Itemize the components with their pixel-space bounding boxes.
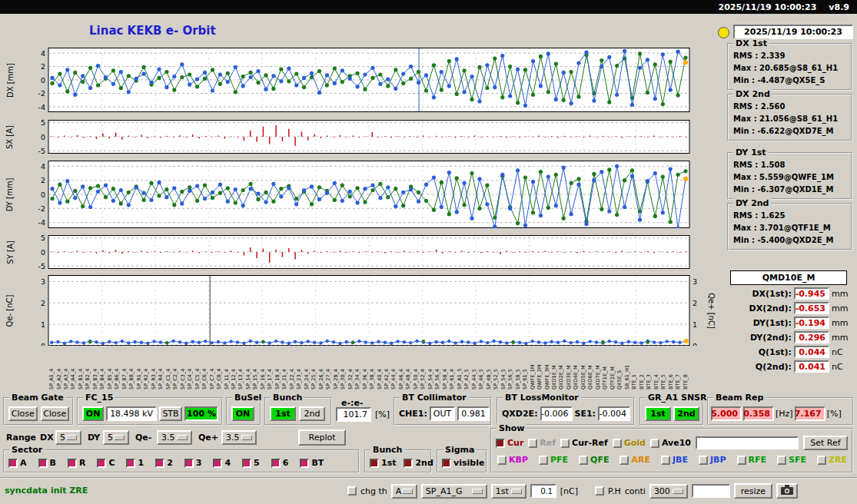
set-ref-button[interactable]: Set Ref (803, 436, 848, 450)
checkbox[interactable] (68, 459, 77, 468)
ref-file-input[interactable] (696, 436, 799, 449)
checkbox[interactable] (579, 456, 588, 465)
checkbox[interactable] (155, 459, 164, 468)
checkbox[interactable] (497, 456, 507, 465)
range-dx-select[interactable]: 5 (55, 430, 81, 445)
che1-status[interactable]: OUT (430, 406, 455, 421)
replot-button[interactable]: Replot (298, 429, 346, 446)
beam-gate-close-button-2[interactable]: Close (41, 406, 70, 421)
checkbox[interactable] (38, 459, 48, 468)
show-checkbox-gold[interactable]: Gold (613, 438, 646, 448)
sector-checkbox-4[interactable]: 4 (213, 458, 231, 468)
show-checkbox-cur-ref[interactable]: Cur-Ref (560, 438, 608, 448)
checkbox[interactable] (560, 439, 570, 448)
range-qem-select[interactable]: 3.5 (157, 430, 192, 445)
checkbox[interactable] (619, 456, 629, 465)
monitor-row-value: 0.041 (794, 360, 829, 373)
sector-checkbox-bt[interactable]: BT (300, 458, 324, 468)
sy-axis-label: SY [A] (3, 235, 17, 269)
checkbox[interactable] (370, 459, 379, 468)
bunch-1st-button[interactable]: 1st (270, 406, 296, 421)
gr-a1-2nd-button[interactable]: 2nd (673, 406, 699, 421)
sector-select[interactable]: A (391, 484, 417, 499)
fc15-on-button[interactable]: ON (82, 406, 104, 421)
show-checkbox-rfe[interactable]: RFE (737, 455, 767, 465)
sector-checkbox-1[interactable]: 1 (126, 458, 144, 468)
checkbox[interactable] (242, 459, 251, 468)
show-checkbox-zre[interactable]: ZRE (817, 455, 847, 465)
show-checkbox-pfe[interactable]: PFE (539, 455, 568, 465)
checkbox[interactable] (777, 456, 786, 465)
checkbox[interactable] (404, 459, 413, 468)
sector-checkbox-2[interactable]: 2 (155, 458, 173, 468)
sector-checkbox-c[interactable]: C (97, 458, 115, 468)
monitor-row-label: DX(1st): (730, 289, 792, 299)
svg-text:-2: -2 (38, 204, 45, 213)
monitor-row: DX(1st):-0.945mm (730, 287, 847, 300)
checkbox[interactable] (661, 456, 670, 465)
bunch-2nd-button[interactable]: 2nd (299, 406, 325, 421)
threshold-input[interactable] (530, 484, 556, 498)
checkbox[interactable] (8, 459, 18, 468)
count-select[interactable]: 300 (649, 484, 688, 499)
sector-checkbox-5[interactable]: 5 (242, 458, 260, 468)
fc15-stb-button[interactable]: STB (159, 406, 182, 421)
bunch-checkbox-1st[interactable]: 1st (370, 458, 396, 468)
checkbox[interactable] (496, 439, 505, 448)
checkbox[interactable] (126, 459, 135, 468)
sx-plot: 50-5 (28, 120, 704, 154)
checkbox[interactable] (97, 459, 106, 468)
range-dx-label: DX (40, 433, 54, 443)
status-bar: syncdata init ZRE chg th A SP_A1_G 1st [… (0, 477, 857, 504)
checkbox[interactable] (613, 439, 622, 448)
range-qep-select[interactable]: 3.5 (221, 430, 257, 445)
sector-checkbox-a[interactable]: A (8, 458, 27, 468)
sector-checkbox-6[interactable]: 6 (271, 458, 289, 468)
bunch-group: Bunch 1st 2nd (264, 397, 332, 426)
range-dy-select[interactable]: 5 (103, 430, 129, 445)
chg-th-checkbox[interactable] (347, 486, 357, 496)
checkbox[interactable] (300, 459, 309, 468)
show-checkbox-jbp[interactable]: JBP (699, 455, 726, 465)
sector-checkbox-b[interactable]: B (38, 458, 56, 468)
gr-a1-1st-button[interactable]: 1st (645, 406, 671, 421)
checkbox[interactable] (539, 456, 548, 465)
show-checkbox-ave10[interactable]: Ave10 (650, 438, 691, 448)
ph-checkbox[interactable] (595, 486, 604, 496)
checkbox[interactable] (184, 459, 194, 468)
x-axis-tick-label: BTE_5 (660, 348, 666, 390)
checkbox[interactable] (442, 459, 451, 468)
snapshot-button[interactable] (776, 483, 798, 499)
checkbox[interactable] (650, 439, 659, 448)
dx-plot: 420-2-4 (28, 48, 704, 112)
sector-checkbox-3[interactable]: 3 (184, 458, 202, 468)
aux-input[interactable] (692, 484, 730, 498)
checkbox[interactable] (213, 459, 222, 468)
show-checkbox-jbe[interactable]: JBE (661, 455, 688, 465)
bunch-checkbox-2nd[interactable]: 2nd (404, 458, 433, 468)
show-checkbox-ref[interactable]: Ref (528, 438, 556, 448)
bunch-select[interactable]: 1st (491, 484, 526, 499)
busel-on-button[interactable]: ON (231, 406, 254, 421)
show-checkbox-are[interactable]: ARE (619, 455, 650, 465)
bpm-select[interactable]: SP_A1_G (421, 484, 487, 499)
sigma-group: Sigma visible (437, 449, 487, 473)
x-axis-tick-label: SP_C5_4 (194, 348, 201, 390)
checkbox[interactable] (528, 439, 537, 448)
svg-text:5: 5 (41, 120, 45, 127)
show-checkbox-cur[interactable]: Cur (496, 438, 523, 448)
show-checkbox-qfe[interactable]: QFE (579, 455, 609, 465)
checkbox[interactable] (737, 456, 746, 465)
bunch-label: Bunch (271, 393, 304, 403)
sector-checkbox-r[interactable]: R (68, 458, 85, 468)
beam-gate-close-button-1[interactable]: Close (8, 406, 38, 421)
checkbox[interactable] (817, 456, 826, 465)
resize-button[interactable]: resize (734, 483, 772, 499)
monitor-row: DY(1st):-0.194mm (730, 317, 847, 329)
checkbox[interactable] (271, 459, 281, 468)
sigma-visible-checkbox[interactable]: visible (442, 458, 484, 468)
checkbox[interactable] (699, 456, 708, 465)
show-checkbox-sfe[interactable]: SFE (777, 455, 806, 465)
show-checkbox-kbp[interactable]: KBP (497, 455, 528, 465)
x-axis-tick-label: SP_52_4 (420, 348, 426, 390)
